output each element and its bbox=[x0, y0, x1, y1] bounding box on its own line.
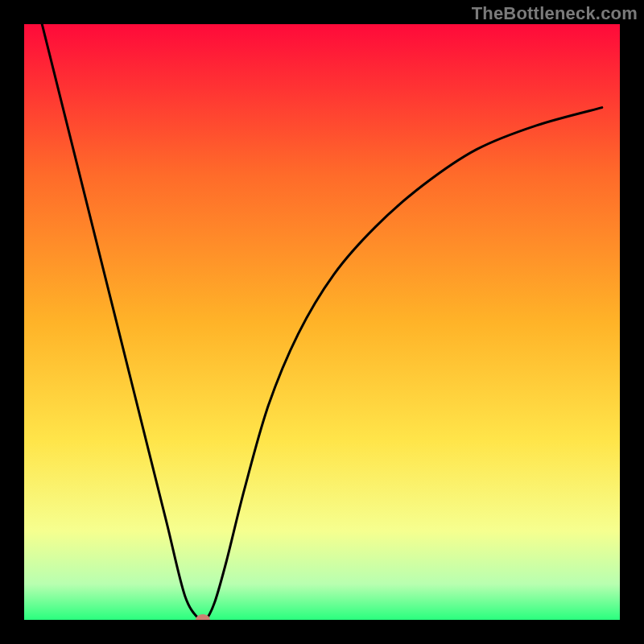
chart-frame: TheBottleneck.com bbox=[0, 0, 644, 644]
bottleneck-chart bbox=[0, 0, 644, 644]
watermark-text: TheBottleneck.com bbox=[472, 3, 638, 24]
gradient-background bbox=[24, 24, 620, 620]
optimal-point-marker bbox=[196, 614, 210, 625]
